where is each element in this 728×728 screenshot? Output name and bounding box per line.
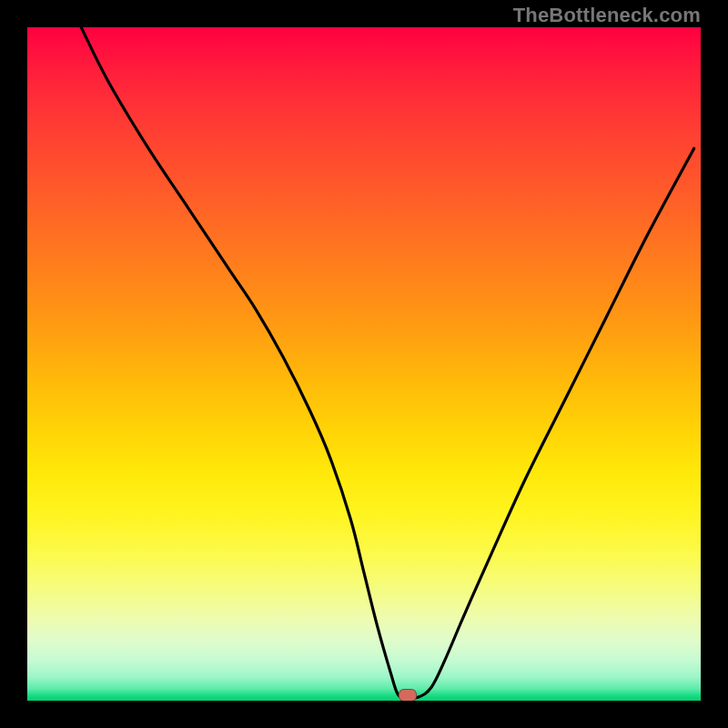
curve-svg	[27, 27, 701, 701]
watermark-text: TheBottleneck.com	[513, 4, 701, 27]
curve-path	[81, 27, 693, 698]
chart-frame: TheBottleneck.com	[0, 0, 728, 728]
minimum-marker	[399, 689, 417, 701]
plot-area	[27, 27, 701, 701]
